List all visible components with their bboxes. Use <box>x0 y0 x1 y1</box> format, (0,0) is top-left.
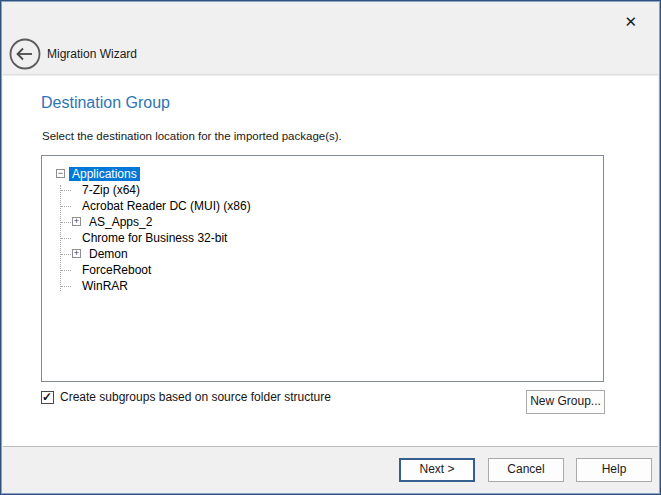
tree-item[interactable]: Acrobat Reader DC (MUI) (x86) <box>42 198 603 214</box>
cancel-button[interactable]: Cancel <box>488 458 564 482</box>
destination-group-tree[interactable]: −Applications7-Zip (x64)Acrobat Reader D… <box>41 155 604 382</box>
migration-wizard-window: ✕ Migration Wizard Destination Group Sel… <box>0 0 661 495</box>
tree-item[interactable]: 7-Zip (x64) <box>42 182 603 198</box>
tree-item-label: Applications <box>69 167 140 181</box>
collapse-toggle-icon[interactable]: − <box>56 169 65 178</box>
expand-toggle-icon[interactable]: + <box>72 217 81 226</box>
page-title: Destination Group <box>41 94 170 112</box>
next-button[interactable]: Next > <box>399 458 475 482</box>
tree-item-label: WinRAR <box>79 279 131 293</box>
wizard-title: Migration Wizard <box>47 47 137 61</box>
tree-item-label: ForceReboot <box>79 263 154 277</box>
tree-item[interactable]: ForceReboot <box>42 262 603 278</box>
tree-item[interactable]: −Applications <box>42 166 603 182</box>
create-subgroups-label: Create subgroups based on source folder … <box>60 390 331 404</box>
wizard-header: ✕ Migration Wizard <box>3 3 658 75</box>
tree-item-label: Chrome for Business 32-bit <box>79 231 230 245</box>
checkmark-icon: ✓ <box>42 390 52 404</box>
tree-item-label: AS_Apps_2 <box>86 215 155 229</box>
tree-item[interactable]: +AS_Apps_2 <box>42 214 603 230</box>
create-subgroups-option[interactable]: ✓ Create subgroups based on source folde… <box>41 390 331 404</box>
tree-item[interactable]: WinRAR <box>42 278 603 294</box>
back-arrow-icon <box>8 37 42 71</box>
tree-item-label: Acrobat Reader DC (MUI) (x86) <box>79 199 254 213</box>
tree-item-label: Demon <box>86 247 131 261</box>
expand-toggle-icon[interactable]: + <box>72 249 81 258</box>
help-button[interactable]: Help <box>576 458 652 482</box>
tree-item[interactable]: Chrome for Business 32-bit <box>42 230 603 246</box>
new-group-button[interactable]: New Group... <box>526 390 605 414</box>
back-button[interactable] <box>8 37 42 71</box>
create-subgroups-checkbox[interactable]: ✓ <box>41 391 54 404</box>
tree-item[interactable]: +Demon <box>42 246 603 262</box>
wizard-footer: Next > Cancel Help <box>3 446 658 492</box>
page-subtitle: Select the destination location for the … <box>42 130 342 142</box>
close-icon[interactable]: ✕ <box>620 11 641 33</box>
wizard-page: Destination Group Select the destination… <box>3 76 658 448</box>
tree-item-label: 7-Zip (x64) <box>79 183 143 197</box>
